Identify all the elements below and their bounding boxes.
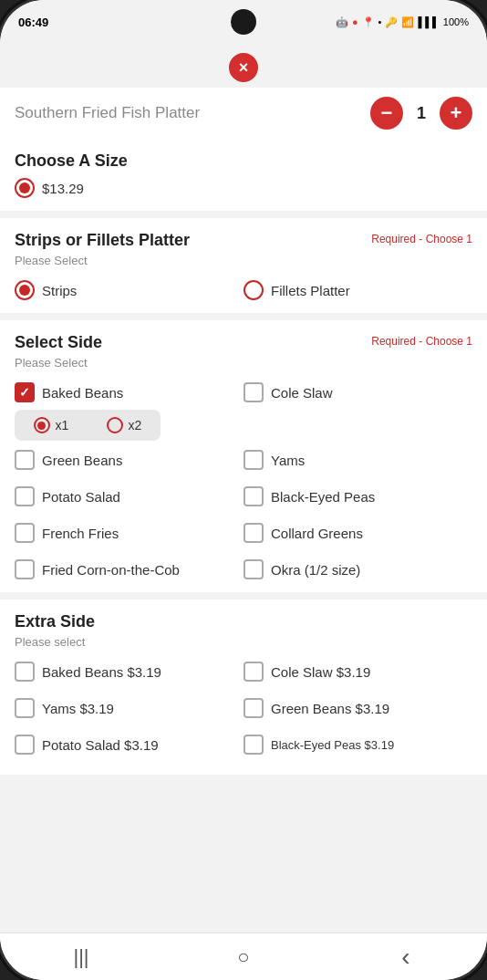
side-label-green-beans: Green Beans <box>42 453 122 468</box>
camera-notch <box>231 9 256 35</box>
key-icon: 🔑 <box>385 16 398 28</box>
qty-x1-radio[interactable] <box>34 417 50 433</box>
side-checkbox-green-beans[interactable] <box>15 450 35 470</box>
extra-side-section-title: Extra Side <box>15 612 95 631</box>
side-option-french-fries[interactable]: French Fries <box>15 519 244 547</box>
side-option-okra[interactable]: Okra (1/2 size) <box>244 556 472 583</box>
extra-label-green-beans: Green Beans $3.19 <box>271 701 389 716</box>
side-section: Select Side Required - Choose 1 Please S… <box>0 320 487 592</box>
qty-x2-label: x2 <box>129 418 142 433</box>
platter-section-title: Strips or Fillets Platter <box>15 231 190 250</box>
extra-checkbox-black-eyed-peas[interactable] <box>244 735 264 755</box>
side-checkbox-yams[interactable] <box>244 450 264 470</box>
extra-side-please-select: Please select <box>15 635 472 649</box>
extra-row-3: Potato Salad $3.19 Black-Eyed Peas $3.19 <box>15 731 472 758</box>
side-option-potato-salad[interactable]: Potato Salad <box>15 483 244 510</box>
platter-radio-1[interactable] <box>244 280 264 300</box>
side-row-3: Potato Salad Black-Eyed Peas <box>15 483 472 510</box>
size-option-0[interactable]: $13.29 <box>15 174 472 202</box>
side-label-baked-beans: Baked Beans <box>42 385 123 401</box>
side-option-baked-beans[interactable]: ✓ Baked Beans <box>15 379 244 406</box>
side-label-cole-slaw: Cole Slaw <box>271 385 333 401</box>
close-button[interactable]: × <box>227 51 260 84</box>
signal-icon: ▌▌▌ <box>418 16 439 27</box>
location-icon: 📍 <box>362 16 375 28</box>
extra-option-black-eyed-peas[interactable]: Black-Eyed Peas $3.19 <box>244 731 472 758</box>
extra-option-baked-beans[interactable]: Baked Beans $3.19 <box>15 658 244 685</box>
side-option-fried-corn[interactable]: Fried Corn-on-the-Cob <box>15 556 244 583</box>
android-icon: 🤖 <box>336 16 348 28</box>
item-title: Southern Fried Fish Platter <box>15 104 370 122</box>
extra-checkbox-cole-slaw[interactable] <box>244 662 264 682</box>
side-option-black-eyed-peas[interactable]: Black-Eyed Peas <box>244 483 472 510</box>
side-required-badge: Required - Choose 1 <box>371 335 472 348</box>
decrement-button[interactable]: − <box>370 97 403 130</box>
nav-bar: ||| ○ ‹ <box>0 933 487 980</box>
side-please-select: Please Select <box>15 356 472 370</box>
extra-row-2: Yams $3.19 Green Beans $3.19 <box>15 694 472 722</box>
side-checkbox-potato-salad[interactable] <box>15 486 35 506</box>
status-time: 06:49 <box>18 16 48 29</box>
side-row-1: ✓ Baked Beans Cole Slaw <box>15 379 472 406</box>
extra-checkbox-baked-beans[interactable] <box>15 662 35 682</box>
qty-x2-option[interactable]: x2 <box>88 410 161 441</box>
side-option-cole-slaw[interactable]: Cole Slaw <box>244 379 472 406</box>
side-checkbox-collard-greens[interactable] <box>244 523 264 543</box>
side-row-2: Green Beans Yams <box>15 446 472 474</box>
side-label-yams: Yams <box>271 453 305 468</box>
qty-x2-radio[interactable] <box>107 417 123 433</box>
side-section-header: Select Side Required - Choose 1 <box>15 333 472 352</box>
side-row-4: French Fries Collard Greens <box>15 519 472 547</box>
side-option-yams[interactable]: Yams <box>244 446 472 474</box>
platter-radio-0[interactable] <box>15 280 35 300</box>
platter-option-1[interactable]: Fillets Platter <box>244 276 472 304</box>
size-section: Choose A Size $13.29 <box>0 139 487 211</box>
increment-button[interactable]: + <box>440 97 472 130</box>
nav-back-button[interactable]: ‹ <box>388 939 424 975</box>
checkmark-baked-beans: ✓ <box>19 386 30 399</box>
extra-label-potato-salad: Potato Salad $3.19 <box>42 737 159 753</box>
battery-icon: 100% <box>443 16 469 27</box>
dot-icon: • <box>378 16 382 27</box>
extra-checkbox-potato-salad[interactable] <box>15 735 35 755</box>
extra-label-baked-beans: Baked Beans $3.19 <box>42 664 161 680</box>
side-option-collard-greens[interactable]: Collard Greens <box>244 519 472 547</box>
platter-section: Strips or Fillets Platter Required - Cho… <box>0 218 487 313</box>
extra-row-1: Baked Beans $3.19 Cole Slaw $3.19 <box>15 658 472 685</box>
close-area: × <box>0 44 487 88</box>
side-checkbox-fried-corn[interactable] <box>15 559 35 579</box>
extra-checkbox-yams[interactable] <box>15 698 35 718</box>
platter-section-header: Strips or Fillets Platter Required - Cho… <box>15 231 472 250</box>
platter-option-label-1: Fillets Platter <box>271 283 350 298</box>
phone-screen: 06:49 🤖 ● 📍 • 🔑 📶 ▌▌▌ 100% × Southern Fr… <box>0 0 487 980</box>
platter-radio-inner-0 <box>19 285 30 296</box>
extra-option-yams[interactable]: Yams $3.19 <box>15 694 244 722</box>
size-radio-0[interactable] <box>15 178 35 198</box>
side-checkbox-okra[interactable] <box>244 559 264 579</box>
side-checkbox-baked-beans[interactable]: ✓ <box>15 382 35 402</box>
nav-home-button[interactable]: ○ <box>225 939 262 975</box>
nav-menu-button[interactable]: ||| <box>63 939 99 975</box>
side-label-collard-greens: Collard Greens <box>271 526 363 541</box>
platter-options-grid: Strips Fillets Platter <box>15 276 472 304</box>
status-icons: 🤖 ● 📍 • 🔑 📶 ▌▌▌ 100% <box>336 16 469 28</box>
side-option-green-beans[interactable]: Green Beans <box>15 446 244 474</box>
side-checkbox-black-eyed-peas[interactable] <box>244 486 264 506</box>
wifi-icon: 📶 <box>401 16 414 28</box>
extra-option-potato-salad[interactable]: Potato Salad $3.19 <box>15 731 244 758</box>
extra-side-section: Extra Side Please select Baked Beans $3.… <box>0 599 487 775</box>
extra-option-cole-slaw[interactable]: Cole Slaw $3.19 <box>244 658 472 685</box>
side-label-french-fries: French Fries <box>42 526 119 541</box>
side-checkbox-french-fries[interactable] <box>15 523 35 543</box>
qty-x1-option[interactable]: x1 <box>15 410 88 441</box>
minus-icon: − <box>381 101 393 125</box>
platter-option-0[interactable]: Strips <box>15 276 244 304</box>
extra-side-section-header: Extra Side <box>15 612 472 631</box>
extra-checkbox-green-beans[interactable] <box>244 698 264 718</box>
scroll-content[interactable]: Choose A Size $13.29 Strips or Fillets P… <box>0 139 487 933</box>
side-row-5: Fried Corn-on-the-Cob Okra (1/2 size) <box>15 556 472 583</box>
back-icon: ‹ <box>401 943 409 972</box>
side-checkbox-cole-slaw[interactable] <box>244 382 264 402</box>
extra-option-green-beans[interactable]: Green Beans $3.19 <box>244 694 472 722</box>
size-section-header: Choose A Size <box>15 151 472 171</box>
